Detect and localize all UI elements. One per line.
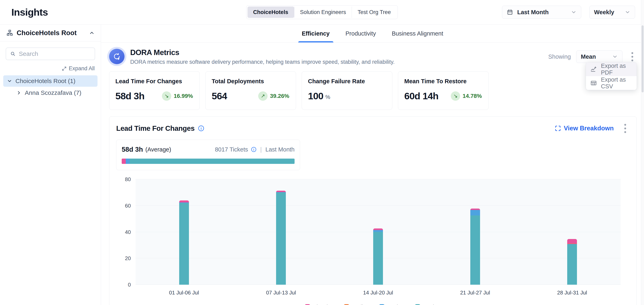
trend-badge: ↘16.99% [162,91,193,101]
insights-app: Insights ChoiceHotelsSolution EngineersT… [0,0,644,305]
metric-card-change-failure-rate: Change Failure Rate100% [302,71,392,110]
info-icon[interactable] [251,147,256,152]
tree-node[interactable]: ChoiceHotels Root (1) [3,75,98,87]
showing-label: Showing [548,53,571,60]
org-tree-icon [6,29,14,36]
sidebar-title: ChoiceHotels Root [17,29,86,37]
dora-title: DORA Metrics [130,48,395,57]
org-tree-sidebar: ChoiceHotels Root Expand All ChoiceHotel… [0,24,101,305]
phase-segment-planning [122,159,126,164]
bar-14Jul-20Jul [373,229,383,285]
menu-item-label: Export as CSV [601,76,632,90]
tab-productivity[interactable]: Productivity [344,24,377,42]
bar-07Jul-13Jul [276,191,286,285]
panel-title: Lead Time For Changes [116,124,204,132]
granularity-value: Weekly [594,9,621,16]
expand-all-button[interactable]: Expand All [6,65,95,72]
y-axis-tick-80: 80 [116,176,131,183]
view-breakdown-label: View Breakdown [564,125,614,132]
legend-label: Deployment [423,304,452,305]
chevron-up-icon[interactable] [89,30,95,36]
org-tree: ChoiceHotels Root (1)Anna Scozzafava (7) [3,75,98,98]
trend-down-arrow-icon: ↘ [164,93,169,99]
expand-corners-icon [555,125,561,131]
menu-item-export-as-csv[interactable]: Export as CSV [586,76,637,90]
page-title: Insights [12,6,48,18]
legend-label: Coding [352,304,369,305]
expand-all-label: Expand All [69,65,95,72]
legend-item-review[interactable]: Review [379,304,405,305]
aggregation-select[interactable]: Mean [576,50,622,63]
dora-header: DORA Metrics DORA metrics measure softwa… [109,48,637,65]
bar-segment-planning [373,229,383,230]
y-axis-tick-40: 40 [116,229,131,235]
chevron-down-icon[interactable] [7,78,12,84]
card-value-suffix: % [325,94,330,100]
date-range-select[interactable]: Last Month [502,6,581,19]
tree-node-label: Anna Scozzafava (7) [25,89,81,96]
trend-delta: 39.26% [270,93,289,99]
bar-segment-deployment [179,203,189,285]
metric-card-lead-time-for-changes: Lead Time For Changes58d 3h↘16.99% [109,71,200,110]
bar-segment-deployment [470,216,480,285]
bar-segment-deployment [567,245,577,285]
x-axis-label: 07 Jul-13 Jul [266,290,296,296]
legend-label: Review [388,304,405,305]
legend-label: Planning [313,304,334,305]
metric-card-total-deployments: Total Deployments564↗39.26% [206,71,296,110]
trend-up-arrow-icon: ↗ [261,93,265,99]
calendar-icon [507,9,513,15]
tab-efficiency[interactable]: Efficiency [301,24,331,42]
bar-segment-deployment [276,193,286,285]
bar-28Jul-31Jul [567,239,577,285]
org-tab-test-org-tree[interactable]: Test Org Tree [352,6,396,18]
view-breakdown-button[interactable]: View Breakdown [555,125,614,132]
panel-title-text: Lead Time For Changes [116,124,194,132]
scrollbar-thumb[interactable] [642,25,644,92]
org-tab-solution-engineers[interactable]: Solution Engineers [294,6,352,18]
card-title: Total Deployments [212,78,290,85]
sidebar-header[interactable]: ChoiceHotels Root [0,24,101,41]
top-bar: Insights ChoiceHotelsSolution EngineersT… [0,0,644,24]
legend-item-coding[interactable]: Coding [344,304,369,305]
bar-segment-review [470,210,480,216]
panel-actions: View Breakdown [555,123,630,134]
tab-business-alignment[interactable]: Business Alignment [390,24,444,42]
tree-node-label: ChoiceHotels Root (1) [16,78,75,84]
info-icon[interactable] [198,125,204,132]
lead-time-chart: PlanningCodingReviewDeployment 020406080… [116,176,630,305]
chevron-down-icon [571,9,576,15]
x-axis-label: 14 Jul-20 Jul [363,290,393,296]
dora-controls: Showing Mean [548,50,637,63]
tree-node[interactable]: Anna Scozzafava (7) [12,87,98,98]
legend-item-planning[interactable]: Planning [305,304,334,305]
aggregation-value: Mean [581,53,608,60]
panel-kebab-menu-button[interactable] [621,123,630,134]
dora-kebab-menu-button[interactable] [628,51,637,62]
menu-item-export-as-pdf[interactable]: Export as PDF [586,62,637,76]
trend-badge: ↗39.26% [258,91,289,101]
granularity-select[interactable]: Weekly [589,6,635,19]
trend-delta: 14.78% [462,93,482,99]
org-tab-choicehotels[interactable]: ChoiceHotels [248,6,294,18]
sidebar-search [6,47,95,60]
card-title: Change Failure Rate [308,78,386,85]
page-scrollbar [641,0,644,305]
legend-swatch [344,304,349,305]
y-axis-tick-60: 60 [116,203,131,209]
tickets-count: 8017 Tickets [215,146,248,153]
search-input[interactable] [19,50,90,57]
chevron-right-icon[interactable] [16,90,22,95]
chevron-down-icon [612,54,618,59]
dora-description: DORA metrics measure software delivery p… [130,59,395,65]
metric-cards: Lead Time For Changes58d 3h↘16.99%Total … [109,71,637,110]
org-switcher: ChoiceHotelsSolution EngineersTest Org T… [246,5,398,19]
bar-segment-deployment [373,232,383,285]
lead-time-summary: 58d 3h (Average) 8017 Tickets | Last Mon… [116,140,300,170]
summary-qualifier: (Average) [146,146,171,153]
legend-swatch [305,304,310,305]
card-title: Mean Time To Restore [404,78,482,85]
phase-segment-deployment [130,159,294,164]
legend-swatch [415,304,420,305]
legend-item-deployment[interactable]: Deployment [415,304,452,305]
